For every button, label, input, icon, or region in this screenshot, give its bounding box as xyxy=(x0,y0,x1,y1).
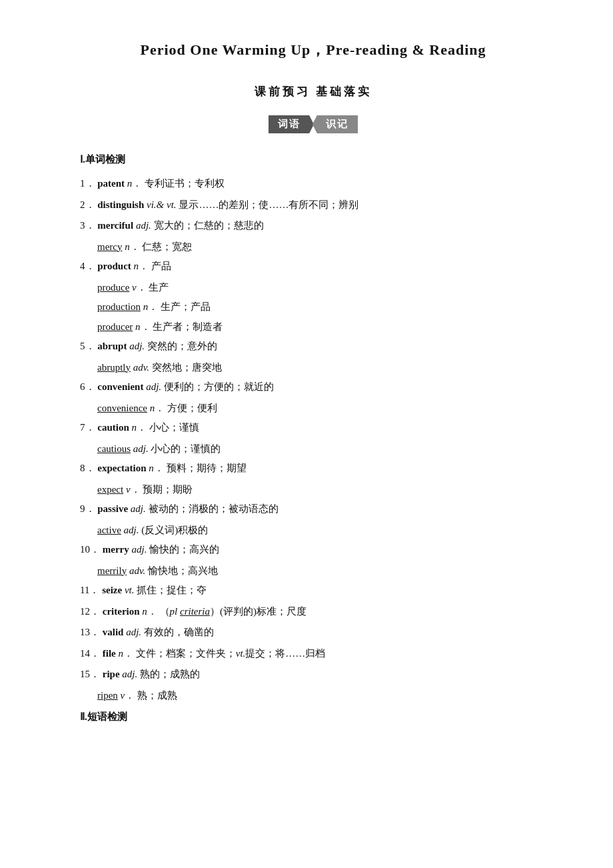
item-num: 12． xyxy=(80,603,100,621)
word-en: file xyxy=(103,648,116,659)
item-num: 11． xyxy=(80,582,99,599)
list-item: 9． passive adj. 被动的；消极的；被动语态的 xyxy=(80,501,546,518)
word-en: valid xyxy=(103,627,124,637)
word-en: merrily xyxy=(97,565,127,576)
word-def: 熟；成熟 xyxy=(137,690,177,701)
item-num: 6． xyxy=(80,379,95,396)
word-en: abrupt xyxy=(97,341,127,351)
word-en: passive xyxy=(97,503,128,514)
word-def: 文件；档案；文件夹；vt.提交；将……归档 xyxy=(136,648,326,659)
word-pos: adv. xyxy=(133,362,149,373)
word-def: 预期；期盼 xyxy=(143,484,193,495)
list-item: 1． patent n． 专利证书；专利权 xyxy=(80,175,546,193)
word-pos: adj. xyxy=(124,525,139,535)
word-pos: adj. xyxy=(133,443,149,454)
item-num: 3． xyxy=(80,217,95,235)
word-pos: n． xyxy=(150,403,165,413)
subtitle: 课前预习 基础落实 xyxy=(80,84,546,99)
page-title: Period One Warming Up，Pre-reading & Read… xyxy=(80,40,546,60)
word-pos: n． xyxy=(119,648,134,659)
sub-item: ripen v． 熟；成熟 xyxy=(97,687,546,705)
item-num: 1． xyxy=(80,175,95,193)
word-def: 生产；产品 xyxy=(161,301,211,312)
word-pos: adj. xyxy=(122,669,137,679)
word-def: 愉快地；高兴地 xyxy=(148,565,218,576)
word-def: 便利的；方便的；就近的 xyxy=(164,381,274,392)
word-en: expectation xyxy=(97,463,146,473)
word-pos: adv. xyxy=(129,565,145,576)
word-pos: n． xyxy=(127,178,143,189)
list-item: 14． file n． 文件；档案；文件夹；vt.提交；将……归档 xyxy=(80,645,546,663)
word-en: active xyxy=(97,525,121,535)
word-def: 突然的；意外的 xyxy=(147,341,217,351)
word-pos: v． xyxy=(121,690,135,701)
word-def: 抓住；捉住；夺 xyxy=(137,585,207,595)
word-pos: v． xyxy=(132,282,147,293)
list-item: 10． merry adj. 愉快的；高兴的 xyxy=(80,541,546,559)
sub-item: active adj. (反义词)积极的 xyxy=(97,522,546,539)
sub-item: production n． 生产；产品 xyxy=(97,299,546,316)
word-pos: v． xyxy=(126,484,141,495)
word-def: （pl criteria）(评判的)标准；尺度 xyxy=(160,606,306,617)
word-def: 预料；期待；期望 xyxy=(167,463,247,473)
list-item: 8． expectation n． 预料；期待；期望 xyxy=(80,460,546,477)
sub-item: cautious adj. 小心的；谨慎的 xyxy=(97,441,546,458)
list-item: 13． valid adj. 有效的，确凿的 xyxy=(80,624,546,641)
word-pos: vt. xyxy=(125,585,135,595)
sub-item: produce v． 生产 xyxy=(97,279,546,297)
word-en: patent xyxy=(97,178,125,189)
word-def: 生产 xyxy=(149,282,169,293)
word-pos: adj. xyxy=(136,220,151,231)
word-en: production xyxy=(97,301,141,312)
sub-item: producer n． 生产者；制造者 xyxy=(97,319,546,336)
item-num: 14． xyxy=(80,645,100,663)
sub-item: abruptly adv. 突然地；唐突地 xyxy=(97,359,546,377)
sub-item: mercy n． 仁慈；宽恕 xyxy=(97,239,546,256)
list-item: 7． caution n． 小心；谨慎 xyxy=(80,419,546,437)
word-en: merciful xyxy=(97,220,133,231)
word-pos: adj. xyxy=(131,503,146,514)
word-en: abruptly xyxy=(97,362,131,373)
tag-right: 识记 xyxy=(312,115,358,133)
word-pos: n． xyxy=(143,301,159,312)
word-pos: adj. xyxy=(126,627,141,637)
item-num: 9． xyxy=(80,501,95,518)
page-container: Period One Warming Up，Pre-reading & Read… xyxy=(80,40,546,723)
word-def: 熟的；成熟的 xyxy=(140,669,200,679)
word-en: convenient xyxy=(97,381,143,392)
word-en: convenience xyxy=(97,403,147,413)
list-item: 6． convenient adj. 便利的；方便的；就近的 xyxy=(80,379,546,396)
word-en: criterion xyxy=(103,606,140,617)
word-def: 方便；便利 xyxy=(167,403,217,413)
word-def: (反义词)积极的 xyxy=(141,525,208,535)
word-en: merry xyxy=(103,544,129,555)
item-num: 7． xyxy=(80,419,95,437)
list-item: 4． product n． 产品 xyxy=(80,258,546,275)
item-num: 5． xyxy=(80,338,95,355)
word-en: ripe xyxy=(103,669,120,679)
word-def: 有效的，确凿的 xyxy=(144,627,214,637)
word-pos: n． xyxy=(142,606,157,617)
word-pos: n． xyxy=(125,241,140,252)
vocab-list: 1． patent n． 专利证书；专利权 2． distinguish vi.… xyxy=(80,175,546,704)
word-def: 愉快的；高兴的 xyxy=(149,544,219,555)
word-en: product xyxy=(97,261,131,271)
word-en: expect xyxy=(97,484,123,495)
sub-item: expect v． 预期；期盼 xyxy=(97,481,546,499)
word-def: 专利证书；专利权 xyxy=(145,178,225,189)
word-def: 产品 xyxy=(151,261,171,271)
list-item: 15． ripe adj. 熟的；成熟的 xyxy=(80,666,546,683)
word-def: 仁慈；宽恕 xyxy=(142,241,192,252)
item-num: 15． xyxy=(80,666,100,683)
word-pos: n． xyxy=(132,422,147,433)
word-pos: vi.& vt. xyxy=(147,199,177,210)
word-pos: adj. xyxy=(146,381,161,392)
word-pos: n． xyxy=(135,321,151,332)
list-item: 12． criterion n． （pl criteria）(评判的)标准；尺度 xyxy=(80,603,546,621)
list-item: 5． abrupt adj. 突然的；意外的 xyxy=(80,338,546,355)
word-def: 小心；谨慎 xyxy=(149,422,199,433)
section1-heading: Ⅰ.单词检测 xyxy=(80,153,546,166)
word-def: 突然地；唐突地 xyxy=(152,362,222,373)
item-num: 13． xyxy=(80,624,100,641)
tag-row: 词语 识记 xyxy=(80,115,546,133)
